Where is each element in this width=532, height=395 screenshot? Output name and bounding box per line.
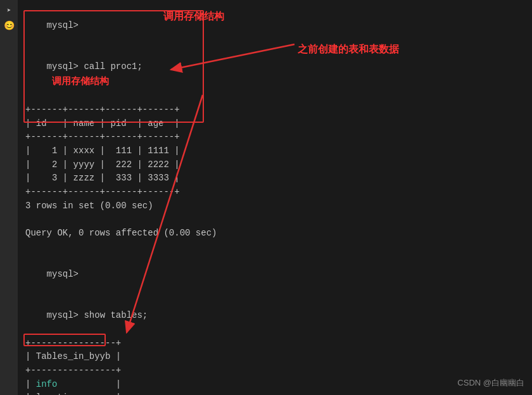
emoji-icon: 😊 <box>3 19 15 32</box>
prompt-1: mysql> <box>47 20 79 30</box>
table-annotation-text: 之前创建的表和表数据 <box>298 43 399 56</box>
prompt-4: mysql> <box>47 310 84 320</box>
prompt-3-line: mysql> <box>25 254 524 295</box>
terminal-line: mysql> call proc1; 调用存储结构 <box>25 46 524 103</box>
tables-border-mid: +----------------+ <box>25 364 524 378</box>
cmd-call: call proc1; <box>84 61 142 72</box>
table-row-1: | 1 | xxxx | 111 | 1111 | <box>25 144 524 158</box>
row-count-1: 3 rows in set (0.00 sec) <box>25 199 524 213</box>
tables-header: | Tables_in_byyb | <box>25 350 524 364</box>
table-border-top: +------+------+------+------+ <box>25 103 524 117</box>
call-annotation: 调用存储结构 <box>52 75 109 86</box>
arrow-icon[interactable]: ➤ <box>3 4 15 16</box>
table-row-3: | 3 | zzzz | 333 | 3333 | <box>25 172 524 185</box>
prompt-2: mysql> <box>47 61 84 72</box>
sidebar: ➤ 😊 <box>0 0 18 395</box>
show-tables-line: mysql> show tables; <box>25 295 524 336</box>
tables-border-top: +----------------+ <box>25 337 524 351</box>
prompt-3: mysql> <box>47 269 79 279</box>
terminal-area: mysql> mysql> call proc1; 调用存储结构 +------… <box>18 0 532 395</box>
table-list-location: | location | <box>25 391 524 395</box>
watermark: CSDN @白幽幽白 <box>457 377 524 389</box>
blank-line-2 <box>25 241 524 254</box>
table-list-info: | info | <box>25 378 524 392</box>
blank-line-1 <box>25 213 524 227</box>
terminal-line: mysql> <box>25 5 524 46</box>
call-annotation-text: 调用存储结构 <box>163 10 224 23</box>
table-border-bot: +------+------+------+------+ <box>25 185 524 199</box>
table-row-2: | 2 | yyyy | 222 | 2222 | <box>25 158 524 172</box>
query-ok: Query OK, 0 rows affected (0.00 sec) <box>25 227 524 241</box>
cmd-show: show tables; <box>84 310 148 320</box>
table-border-mid: +------+------+------+------+ <box>25 130 524 144</box>
table-header-row: | id | name | pid | age | <box>25 117 524 131</box>
info-text: info <box>36 379 58 389</box>
